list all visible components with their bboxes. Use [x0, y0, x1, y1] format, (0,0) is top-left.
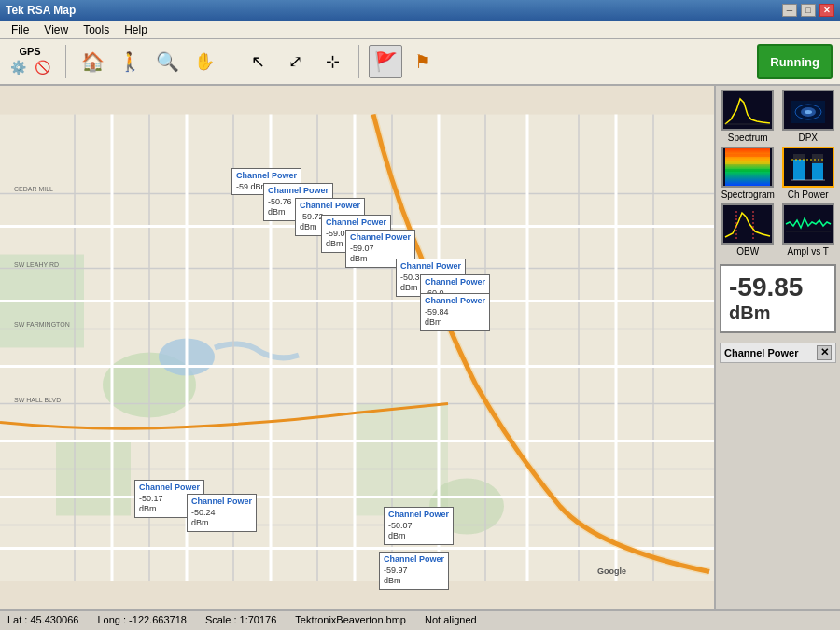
- thumb-row-1: Spectrum DPX: [720, 90, 836, 143]
- gps-settings-icon[interactable]: ⚙️: [7, 57, 28, 77]
- svg-point-45: [805, 110, 812, 114]
- measurement-close-button[interactable]: ✕: [817, 345, 832, 360]
- thumb-row-3: OBW Ampl vs T: [720, 203, 836, 257]
- menubar: File View Tools Help: [0, 21, 840, 39]
- spectrogram-image: [721, 147, 774, 188]
- nav-tools: 🏠 🚶 🔍 ✋: [76, 45, 221, 78]
- svg-rect-53: [793, 160, 805, 180]
- measurement-label-row: Channel Power ✕: [720, 343, 836, 363]
- svg-rect-3: [56, 441, 131, 516]
- gps-stop-icon[interactable]: 🚫: [32, 57, 52, 77]
- crosshair-button[interactable]: ⊹: [315, 45, 349, 78]
- gps-icons: ⚙️ 🚫: [7, 57, 52, 77]
- status-alignment: Not aligned: [425, 614, 477, 625]
- menu-tools[interactable]: Tools: [76, 21, 117, 38]
- status-long: Long : -122.663718: [97, 614, 186, 625]
- pan-button[interactable]: ✋: [188, 45, 221, 78]
- dpx-image: [782, 90, 834, 131]
- menu-file[interactable]: File: [4, 21, 36, 38]
- flag-red-button[interactable]: 🚩: [369, 45, 402, 78]
- measurement-unit: dBm: [729, 302, 827, 324]
- obw-thumb[interactable]: OBW: [720, 203, 777, 257]
- cp-marker-8[interactable]: Channel Power -59.84 dBm: [420, 293, 490, 331]
- toolbar-separator-3: [358, 45, 359, 78]
- spectrum-image: [721, 90, 774, 131]
- map-area[interactable]: CEDAR MILL SW LEAHY RD SW FARMINGTON SW …: [0, 86, 714, 609]
- obw-label: OBW: [736, 246, 759, 257]
- statusbar: Lat : 45.430066 Long : -122.663718 Scale…: [0, 609, 840, 628]
- search-button[interactable]: 🔍: [150, 45, 184, 78]
- toolbar: GPS ⚙️ 🚫 🏠 🚶 🔍 ✋ ↖ ⤢ ⊹ 🚩 ⚑ Running: [0, 39, 840, 86]
- menu-help[interactable]: Help: [117, 21, 155, 38]
- amplvst-label: Ampl vs T: [788, 246, 829, 257]
- running-button[interactable]: Running: [757, 44, 833, 79]
- spectrum-thumb[interactable]: Spectrum: [720, 90, 777, 143]
- thumb-row-2: Spectrogram Ch Power: [720, 147, 836, 200]
- window-controls: ─ □ ✕: [782, 4, 834, 17]
- svg-rect-58: [723, 203, 772, 245]
- status-lat: Lat : 45.430066: [7, 614, 78, 625]
- measurement-value: -59.85: [729, 273, 827, 302]
- main-area: CEDAR MILL SW LEAHY RD SW FARMINGTON SW …: [0, 86, 840, 609]
- measurement-box: -59.85 dBm: [720, 264, 836, 333]
- dpx-label: DPX: [798, 133, 818, 143]
- spectrum-label: Spectrum: [728, 133, 768, 143]
- svg-text:SW FARMINGTON: SW FARMINGTON: [14, 321, 70, 328]
- cp-marker-10[interactable]: Channel Power -50.24 dBm: [187, 494, 257, 532]
- status-file: TektronixBeaverton.bmp: [295, 614, 406, 625]
- flag-tools: 🚩 ⚑: [369, 45, 440, 78]
- maximize-button[interactable]: □: [801, 4, 816, 17]
- map-background: CEDAR MILL SW LEAHY RD SW FARMINGTON SW …: [0, 86, 714, 609]
- amplvst-image: [782, 203, 834, 245]
- chpower-image: [782, 147, 834, 188]
- titlebar: Tek RSA Map ─ □ ✕: [0, 0, 840, 21]
- toolbar-separator-2: [231, 45, 231, 78]
- chpower-thumb[interactable]: Ch Power: [780, 147, 837, 200]
- selection-tools: ↖ ⤢ ⊹: [241, 45, 349, 78]
- gps-section: GPS ⚙️ 🚫: [7, 46, 52, 77]
- person-button[interactable]: 🚶: [113, 45, 147, 78]
- app-title: Tek RSA Map: [6, 4, 76, 17]
- measurement-label: Channel Power: [724, 347, 798, 358]
- right-panel: Spectrum DPX: [714, 86, 840, 609]
- close-button[interactable]: ✕: [819, 4, 834, 17]
- select-button[interactable]: ↖: [241, 45, 274, 78]
- flag-white-button[interactable]: ⚑: [406, 45, 440, 78]
- menu-view[interactable]: View: [36, 21, 76, 38]
- svg-text:Google: Google: [597, 567, 626, 576]
- status-scale: Scale : 1:70176: [205, 614, 276, 625]
- cp-marker-12[interactable]: Channel Power -59.97 dBm: [379, 552, 449, 590]
- dpx-thumb[interactable]: DPX: [780, 90, 837, 143]
- svg-rect-49: [725, 161, 770, 164]
- svg-rect-48: [725, 154, 770, 157]
- minimize-button[interactable]: ─: [782, 4, 797, 17]
- move-button[interactable]: ⤢: [278, 45, 312, 78]
- svg-text:SW HALL BLVD: SW HALL BLVD: [14, 397, 61, 403]
- svg-rect-51: [784, 147, 833, 188]
- amplvst-thumb[interactable]: Ampl vs T: [780, 203, 837, 257]
- spectrogram-thumb[interactable]: Spectrogram: [720, 147, 777, 200]
- cp-marker-11[interactable]: Channel Power -50.07 dBm: [384, 507, 454, 545]
- gps-label: GPS: [19, 46, 40, 57]
- svg-text:CEDAR MILL: CEDAR MILL: [14, 186, 53, 192]
- svg-rect-55: [812, 163, 823, 180]
- svg-text:SW LEAHY RD: SW LEAHY RD: [14, 261, 59, 268]
- chpower-label: Ch Power: [788, 189, 829, 200]
- home-button[interactable]: 🏠: [76, 45, 109, 78]
- toolbar-separator-1: [65, 45, 66, 78]
- obw-image: [721, 203, 774, 245]
- spectrogram-label: Spectrogram: [721, 189, 775, 200]
- svg-rect-50: [725, 169, 770, 172]
